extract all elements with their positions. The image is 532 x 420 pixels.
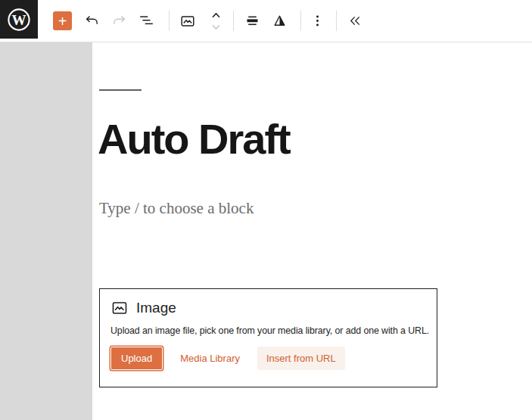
title-decoration-rule (99, 89, 142, 91)
svg-text:W: W (11, 11, 26, 27)
chevron-down-icon (210, 23, 222, 31)
document-overview-button[interactable] (132, 8, 160, 35)
media-library-button[interactable]: Media Library (179, 347, 241, 369)
ellipsis-vertical-icon (310, 13, 325, 29)
inserter-toggle-button[interactable]: + (53, 11, 72, 30)
wordpress-logo-button[interactable]: W (0, 0, 38, 39)
undo-button[interactable] (78, 8, 105, 35)
move-down-button[interactable] (210, 22, 222, 32)
move-up-button[interactable] (210, 10, 222, 20)
image-block-placeholder-card: Image Upload an image file, pick one fro… (99, 288, 437, 387)
duotone-filter-button[interactable] (266, 8, 293, 35)
plus-icon: + (58, 14, 67, 29)
collapse-toolbar-button[interactable] (341, 8, 369, 35)
block-mover (206, 8, 226, 35)
options-button[interactable] (306, 8, 328, 35)
undo-icon (84, 13, 100, 29)
paragraph-block-placeholder[interactable]: Type / to choose a block (99, 199, 254, 218)
toolbar-separator (336, 11, 337, 31)
redo-button[interactable] (105, 8, 132, 35)
duotone-icon (272, 13, 288, 29)
double-chevron-left-icon (348, 14, 362, 28)
toolbar-separator (300, 11, 301, 31)
align-none-icon (244, 13, 260, 29)
align-button[interactable] (238, 8, 266, 35)
wordpress-icon: W (6, 7, 32, 33)
chevron-up-icon (210, 11, 222, 19)
upload-button[interactable]: Upload (110, 347, 163, 370)
canvas-gutter (0, 42, 92, 420)
image-block-header: Image (110, 299, 426, 317)
toolbar-separator (233, 11, 234, 31)
redo-icon (111, 13, 127, 29)
image-block-actions: Upload Media Library Insert from URL (110, 347, 426, 370)
editor-header: W + (0, 0, 532, 42)
image-icon (179, 13, 196, 30)
toolbar-separator (169, 11, 170, 31)
image-block-icon (110, 299, 129, 317)
insert-from-url-button[interactable]: Insert from URL (257, 347, 345, 370)
list-view-icon (138, 13, 154, 29)
image-block-button[interactable] (174, 8, 201, 35)
image-block-label: Image (136, 300, 176, 316)
post-title-input[interactable]: Auto Draft (98, 118, 290, 160)
image-block-instructions: Upload an image file, pick one from your… (110, 325, 426, 336)
